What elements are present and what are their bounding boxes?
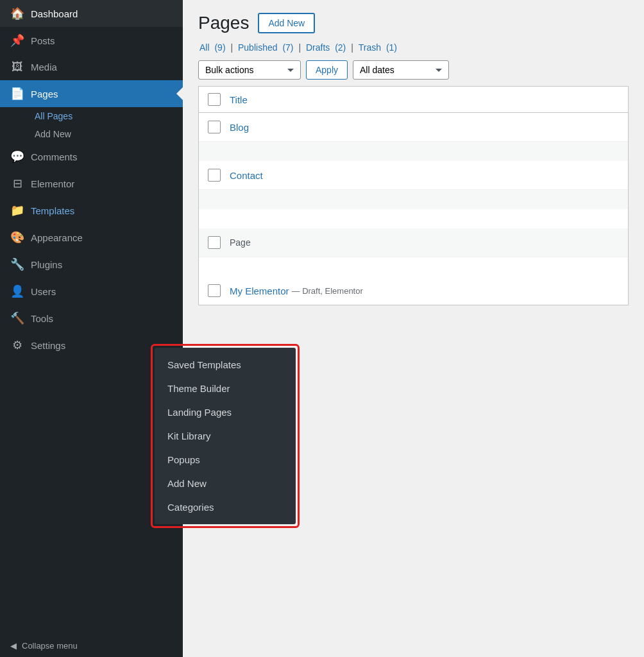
plugins-icon: 🔧: [10, 257, 24, 271]
filter-published[interactable]: Published (7): [237, 42, 295, 53]
dashboard-icon: 🏠: [10, 6, 24, 21]
active-arrow: [176, 87, 183, 100]
sidebar-item-comments[interactable]: 💬 Comments: [0, 143, 183, 170]
flyout-item-popups[interactable]: Popups: [155, 448, 296, 472]
filter-trash[interactable]: Trash (1): [357, 42, 398, 53]
sidebar-item-users[interactable]: 👤 Users: [0, 278, 183, 305]
flyout-item-saved-templates[interactable]: Saved Templates: [155, 353, 296, 377]
elementor-icon: ⊟: [10, 176, 24, 191]
page-title-link[interactable]: Blog: [230, 122, 249, 133]
sidebar-item-posts[interactable]: 📌 Posts: [0, 27, 183, 54]
sidebar-item-label: Plugins: [31, 259, 62, 270]
sidebar-item-dashboard[interactable]: 🏠 Dashboard: [0, 0, 183, 27]
filter-bar: All (9) | Published (7) | Drafts (2) | T…: [198, 42, 629, 53]
table-header-row: Title: [199, 87, 628, 113]
row-checkbox[interactable]: [208, 169, 221, 182]
settings-icon: ⚙: [10, 338, 24, 352]
table-row: My Elementor — Draft, Elementor: [199, 277, 628, 305]
flyout-item-add-new[interactable]: Add New: [155, 472, 296, 495]
page-title-link[interactable]: Contact: [230, 170, 263, 181]
page-title-link[interactable]: My Elementor: [230, 286, 289, 296]
table-row: Contact: [199, 161, 628, 190]
flyout-border: Saved Templates Theme Builder Landing Pa…: [151, 344, 300, 528]
toolbar: Bulk actions Apply All dates: [198, 60, 629, 80]
page-label: Page: [230, 237, 251, 248]
flyout-menu: Saved Templates Theme Builder Landing Pa…: [155, 348, 296, 524]
table-row: Blog: [199, 113, 628, 142]
sidebar-item-media[interactable]: 🖼 Media: [0, 54, 183, 80]
flyout-item-theme-builder[interactable]: Theme Builder: [155, 377, 296, 400]
chevron-down-icon: [287, 69, 294, 72]
filter-separator: |: [348, 42, 355, 53]
templates-icon: 📁: [10, 203, 24, 218]
sidebar-item-label: Dashboard: [31, 8, 78, 19]
flyout-item-kit-library[interactable]: Kit Library: [155, 424, 296, 448]
media-icon: 🖼: [10, 60, 24, 74]
page-title: Pages: [198, 13, 249, 33]
filter-all[interactable]: All (9): [198, 42, 227, 53]
sidebar-item-tools[interactable]: 🔨 Tools: [0, 305, 183, 332]
row-checkbox[interactable]: [208, 284, 221, 297]
sidebar-item-label: Pages: [31, 89, 58, 99]
spacer-row: [199, 190, 628, 209]
bulk-actions-select[interactable]: Bulk actions: [198, 60, 301, 80]
collapse-menu[interactable]: ◀ Collapse menu: [0, 635, 183, 657]
flyout-wrapper: Saved Templates Theme Builder Landing Pa…: [151, 344, 300, 528]
sidebar-item-elementor[interactable]: ⊟ Elementor: [0, 170, 183, 197]
sidebar-item-label: Templates: [31, 205, 74, 216]
sidebar-item-label: Media: [31, 62, 57, 73]
posts-icon: 📌: [10, 33, 24, 47]
row-checkbox[interactable]: [208, 236, 221, 249]
add-new-button[interactable]: Add New: [258, 13, 315, 33]
title-column-header[interactable]: Title: [230, 94, 248, 105]
tools-icon: 🔨: [10, 311, 24, 325]
all-dates-select[interactable]: All dates: [353, 60, 449, 80]
sidebar-item-label: Settings: [31, 340, 65, 351]
flyout-item-categories[interactable]: Categories: [155, 495, 296, 519]
pages-icon: 📄: [10, 87, 24, 101]
users-icon: 👤: [10, 284, 24, 298]
filter-separator: |: [228, 42, 235, 53]
submenu-item-add-new[interactable]: Add New: [10, 125, 183, 143]
table-row: Page: [199, 228, 628, 257]
pages-submenu: All Pages Add New: [0, 107, 183, 143]
spacer-row-2: [199, 209, 628, 228]
row-checkbox[interactable]: [208, 121, 221, 133]
sidebar-item-label: Tools: [31, 313, 53, 324]
filter-separator: |: [296, 42, 303, 53]
sidebar-item-label: Comments: [31, 151, 78, 162]
spacer-row: [199, 142, 628, 161]
sidebar-item-label: Users: [31, 286, 56, 297]
sidebar-item-templates[interactable]: 📁 Templates: [0, 197, 183, 224]
sidebar-item-appearance[interactable]: 🎨 Appearance: [0, 224, 183, 251]
sidebar-item-label: Elementor: [31, 178, 74, 189]
spacer-row: [199, 257, 628, 277]
main-content: Pages Add New All (9) | Published (7) | …: [183, 0, 644, 657]
submenu-item-all-pages[interactable]: All Pages: [10, 107, 183, 125]
sidebar-item-label: Appearance: [31, 232, 83, 243]
select-all-checkbox[interactable]: [208, 93, 221, 106]
row-meta: — Draft, Elementor: [292, 286, 363, 296]
page-header: Pages Add New: [198, 13, 629, 33]
sidebar-item-label: Posts: [31, 35, 55, 46]
sidebar-item-pages[interactable]: 📄 Pages: [0, 80, 183, 107]
sidebar: 🏠 Dashboard 📌 Posts 🖼 Media 📄 Pages All …: [0, 0, 183, 657]
apply-button[interactable]: Apply: [306, 60, 348, 80]
flyout-item-landing-pages[interactable]: Landing Pages: [155, 400, 296, 424]
pages-table: Title Blog Contact Page My E: [198, 86, 629, 305]
appearance-icon: 🎨: [10, 230, 24, 244]
sidebar-item-plugins[interactable]: 🔧 Plugins: [0, 251, 183, 278]
filter-drafts[interactable]: Drafts (2): [305, 42, 347, 53]
collapse-icon: ◀: [10, 641, 17, 651]
comments-icon: 💬: [10, 149, 24, 164]
chevron-down-icon: [436, 69, 442, 72]
